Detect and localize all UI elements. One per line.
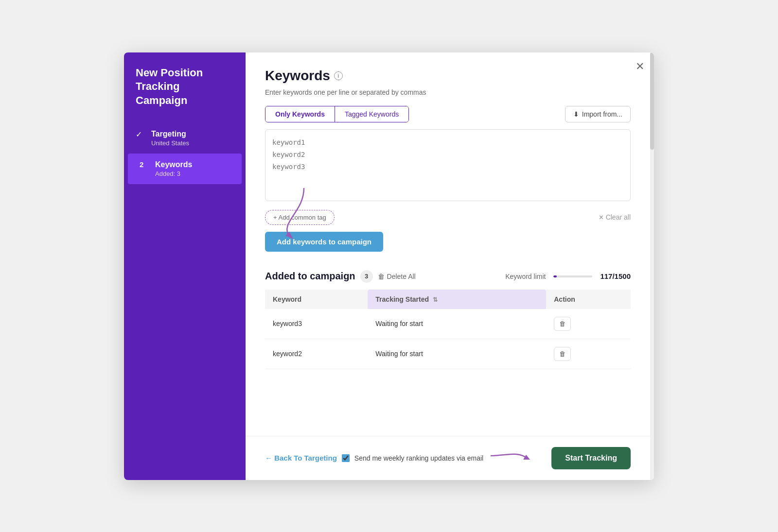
campaign-title-group: Added to campaign 3 🗑 Delete All bbox=[265, 270, 416, 283]
email-checkbox[interactable] bbox=[342, 454, 350, 462]
sidebar-title: New Position Tracking Campaign bbox=[124, 66, 246, 123]
x-icon: ✕ bbox=[599, 214, 604, 221]
add-common-tag-button[interactable]: + Add common tag bbox=[265, 210, 335, 225]
keyword-limit-value: 117/1500 bbox=[600, 272, 631, 280]
campaign-header: Added to campaign 3 🗑 Delete All Keyword… bbox=[265, 270, 631, 283]
keywords-number: 2 bbox=[140, 160, 149, 169]
keywords-textarea[interactable] bbox=[265, 129, 631, 201]
clear-all-label: Clear all bbox=[606, 213, 631, 221]
keyword-limit-group: Keyword limit 117/1500 bbox=[505, 272, 631, 280]
scrollbar-thumb[interactable] bbox=[650, 52, 654, 150]
clear-all-button[interactable]: ✕ Clear all bbox=[599, 213, 631, 221]
import-label: Import from... bbox=[582, 110, 622, 118]
targeting-label: Targeting bbox=[151, 130, 189, 138]
table-row: keyword3 Waiting for start 🗑 bbox=[265, 309, 631, 339]
delete-row-button-0[interactable]: 🗑 bbox=[554, 317, 571, 331]
modal: New Position Tracking Campaign ✓ Targeti… bbox=[124, 52, 654, 480]
delete-all-label: Delete All bbox=[387, 273, 416, 280]
tab-tagged-keywords[interactable]: Tagged Keywords bbox=[335, 106, 408, 122]
targeting-sublabel: United States bbox=[151, 139, 189, 147]
back-to-targeting-button[interactable]: ← Back To Targeting bbox=[265, 454, 337, 462]
keywords-sublabel: Added: 3 bbox=[155, 170, 192, 177]
trash-icon: 🗑 bbox=[378, 273, 385, 280]
svg-marker-1 bbox=[523, 455, 530, 460]
import-button[interactable]: ⬇ Import from... bbox=[565, 106, 631, 122]
footer: ← Back To Targeting Send me weekly ranki… bbox=[246, 436, 654, 480]
download-icon: ⬇ bbox=[573, 110, 579, 118]
content-area: Keywords i Enter keywords one per line o… bbox=[246, 52, 654, 436]
th-keyword: Keyword bbox=[265, 290, 368, 309]
delete-row-button-1[interactable]: 🗑 bbox=[554, 347, 571, 361]
delete-all-button[interactable]: 🗑 Delete All bbox=[378, 273, 416, 280]
tab-only-keywords[interactable]: Only Keywords bbox=[265, 106, 335, 122]
keyword-cell: keyword3 bbox=[265, 309, 368, 339]
subtitle: Enter keywords one per line or separated… bbox=[265, 88, 631, 96]
tabs-row: Only Keywords Tagged Keywords ⬇ Import f… bbox=[265, 106, 631, 122]
check-icon: ✓ bbox=[136, 130, 145, 139]
keywords-table: Keyword Tracking Started ⇅ Action keywor… bbox=[265, 290, 631, 369]
action-cell: 🗑 bbox=[546, 309, 631, 339]
sidebar-item-keywords[interactable]: 2 Keywords Added: 3 bbox=[128, 154, 242, 184]
page-title-row: Keywords i bbox=[265, 68, 631, 84]
status-cell: Waiting for start bbox=[368, 309, 546, 339]
keyword-cell: keyword2 bbox=[265, 339, 368, 369]
close-button[interactable]: ✕ bbox=[636, 60, 644, 73]
add-keywords-button[interactable]: Add keywords to campaign bbox=[265, 232, 383, 252]
keywords-table-body: keyword3 Waiting for start 🗑 keyword2 Wa… bbox=[265, 309, 631, 369]
keywords-label: Keywords bbox=[155, 160, 192, 169]
email-checkbox-row: Send me weekly ranking updates via email bbox=[337, 446, 552, 470]
table-header-row: Keyword Tracking Started ⇅ Action bbox=[265, 290, 631, 309]
keyword-limit-label: Keyword limit bbox=[505, 273, 546, 280]
info-icon[interactable]: i bbox=[334, 71, 343, 80]
add-keywords-section: Add keywords to campaign bbox=[265, 232, 631, 257]
limit-bar-fill bbox=[553, 275, 556, 277]
status-cell: Waiting for start bbox=[368, 339, 546, 369]
actions-row: + Add common tag ✕ Clear all bbox=[265, 210, 631, 225]
th-tracking-started: Tracking Started ⇅ bbox=[368, 290, 546, 309]
main-content: ✕ Keywords i Enter keywords one per line… bbox=[246, 52, 654, 480]
campaign-count-badge: 3 bbox=[360, 270, 373, 283]
sidebar: New Position Tracking Campaign ✓ Targeti… bbox=[124, 52, 246, 480]
scrollbar-track[interactable] bbox=[650, 52, 654, 480]
th-action: Action bbox=[546, 290, 631, 309]
limit-progress-bar bbox=[553, 275, 592, 277]
start-tracking-arrow-svg bbox=[488, 446, 547, 470]
start-tracking-button[interactable]: Start Tracking bbox=[551, 447, 631, 469]
page-title-text: Keywords bbox=[265, 68, 330, 84]
table-row: keyword2 Waiting for start 🗑 bbox=[265, 339, 631, 369]
sidebar-item-targeting[interactable]: ✓ Targeting United States bbox=[124, 123, 246, 154]
campaign-title: Added to campaign bbox=[265, 271, 355, 282]
action-cell: 🗑 bbox=[546, 339, 631, 369]
campaign-section: Added to campaign 3 🗑 Delete All Keyword… bbox=[265, 270, 631, 369]
sort-icon[interactable]: ⇅ bbox=[433, 296, 438, 303]
tab-group: Only Keywords Tagged Keywords bbox=[265, 106, 409, 122]
email-checkbox-label: Send me weekly ranking updates via email bbox=[354, 454, 483, 462]
